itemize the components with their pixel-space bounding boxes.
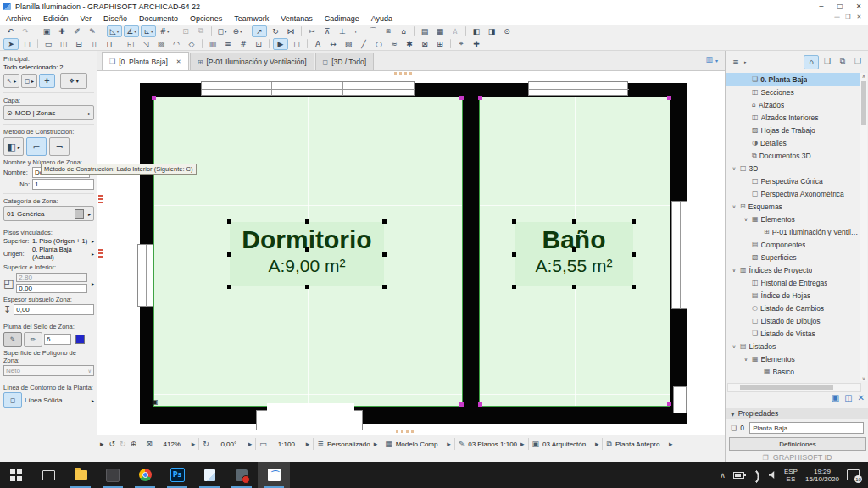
line-tool[interactable]: ╱ xyxy=(357,38,370,49)
tool-icon[interactable] xyxy=(37,39,38,48)
nav-item-p01-iluminacion[interactable]: ⊞ P-01 Iluminación y Ventilación xyxy=(726,225,861,238)
surface-select[interactable]: Neto ∨ xyxy=(3,365,94,376)
inject-parameters-icon[interactable]: ✎ xyxy=(86,25,99,36)
autogroup-icon[interactable]: ⧉ xyxy=(194,25,208,36)
tree-vertical-scrollbar[interactable]: ∧ ∨ xyxy=(860,73,867,381)
selection-handle[interactable] xyxy=(512,219,516,224)
menu-item[interactable]: Ventanas xyxy=(275,14,319,23)
selection-handle[interactable] xyxy=(572,247,576,252)
selection-handle[interactable] xyxy=(572,285,576,289)
clock[interactable]: 19:29 15/10/2020 xyxy=(805,468,839,483)
selection-handle[interactable] xyxy=(382,252,387,257)
zoom-window-icon[interactable]: ▣ xyxy=(40,25,53,36)
nav-item-detalles[interactable]: ◑ Detalles xyxy=(726,136,861,149)
tray-chevron-icon[interactable]: ∧ xyxy=(720,471,726,480)
inner-edge-method-icon[interactable]: ⌐ xyxy=(26,137,47,156)
renovation-filter-control[interactable]: ⧉ Planta Antepro... ▸ xyxy=(602,438,676,450)
scrollbar-thumb[interactable] xyxy=(740,385,833,390)
surface-painter-icon[interactable]: ◧ xyxy=(470,25,483,36)
expander-icon[interactable]: ∨ xyxy=(731,343,737,349)
clone-folder-icon[interactable]: ◫ xyxy=(844,393,852,402)
menu-item[interactable]: Opciones xyxy=(184,14,228,23)
layout-book-icon[interactable]: ⧉ xyxy=(836,55,849,68)
pen-icon[interactable]: ✏ xyxy=(24,332,42,347)
start-button[interactable] xyxy=(0,462,32,488)
selection-settings-icon[interactable]: ↖▸ xyxy=(3,74,19,88)
grid-snap-icon[interactable]: #▾ xyxy=(158,25,171,36)
properties-header[interactable]: ▼ Propiedades xyxy=(726,408,868,419)
tool-icon[interactable] xyxy=(307,39,308,48)
menu-item[interactable]: Teamwork xyxy=(228,14,275,23)
marquee-tool[interactable]: ◻ xyxy=(20,38,34,49)
chrome[interactable] xyxy=(129,462,161,488)
camera-icon[interactable]: ⊙ xyxy=(500,25,514,36)
menu-item[interactable]: Diseño xyxy=(97,14,133,23)
nav-item-documentos-3d[interactable]: ⧉ Documentos 3D xyxy=(726,149,861,162)
roof-tool[interactable]: ◹ xyxy=(139,38,153,49)
navigate-forward-icon[interactable]: ↻ xyxy=(120,440,126,448)
nav-group-3d[interactable]: ∨ □ 3D xyxy=(726,162,861,175)
fill-tool[interactable]: ▧ xyxy=(342,38,355,49)
selection-handle[interactable] xyxy=(512,252,516,257)
nav-item-listado-cambios[interactable]: ○ Listado de Cambios xyxy=(726,302,861,314)
selection-handle[interactable] xyxy=(632,252,636,257)
nav-item-secciones[interactable]: ◫ Secciones xyxy=(726,86,861,98)
selection-handle[interactable] xyxy=(382,285,387,289)
pick-parameters-icon[interactable]: ✐ xyxy=(70,25,84,36)
fit-in-window-control[interactable]: ⊠ 412% ▸ xyxy=(142,438,198,450)
tree-horizontal-scrollbar[interactable] xyxy=(727,383,861,392)
window-opening[interactable] xyxy=(528,81,628,96)
story-settings-icon[interactable]: ▤ xyxy=(418,25,431,36)
layer-settings-icon[interactable]: ▦ xyxy=(433,25,447,36)
nav-item-componentes[interactable]: ▤ Componentes xyxy=(726,238,861,251)
door-tool[interactable]: ◫ xyxy=(57,38,70,49)
drawing-tool[interactable]: ⊞ xyxy=(433,38,447,49)
morph-tool[interactable]: ◇ xyxy=(185,38,198,49)
railing-tool[interactable]: # xyxy=(236,38,250,49)
archicad[interactable]: ⌒ xyxy=(258,462,290,488)
nav-item-listado-dibujos[interactable]: ▢ Listado de Dibujos xyxy=(726,314,861,327)
pen-set-control[interactable]: ✎ 03 Planos 1:100 ▸ xyxy=(454,438,528,450)
menu-item[interactable]: Edición xyxy=(37,14,75,23)
undo-icon[interactable]: ↶ xyxy=(3,25,17,36)
file-explorer[interactable] xyxy=(64,462,97,488)
tool-icon[interactable] xyxy=(202,39,203,48)
nav-group-listados-elementos[interactable]: ∨ ▦ Elementos xyxy=(726,352,861,365)
favorites-icon[interactable]: ☆ xyxy=(448,25,462,36)
top-offset-input[interactable]: 2,80 xyxy=(16,273,87,282)
more-tools-icon[interactable]: ✚ xyxy=(470,38,483,49)
tool-icon[interactable] xyxy=(269,39,270,48)
doc-close-icon[interactable]: ✕ xyxy=(854,14,865,20)
mesh-tool[interactable]: ▨ xyxy=(154,38,168,49)
reference-line-method-icon[interactable]: ¬ xyxy=(49,137,70,156)
menu-item[interactable]: Archivo xyxy=(0,14,37,23)
window-opening[interactable] xyxy=(137,244,153,307)
pan-icon[interactable]: ✚ xyxy=(55,25,69,36)
expander-icon[interactable]: ∨ xyxy=(731,203,737,209)
close-button[interactable]: ✕ xyxy=(849,3,868,10)
layer-selector[interactable]: ⊙ MOD | Zonas ▸ xyxy=(3,105,94,120)
viewpoint-settings-icon[interactable]: ▣ xyxy=(832,393,839,402)
selection-handle[interactable] xyxy=(305,247,309,252)
app-dark[interactable] xyxy=(97,462,129,488)
stair-tool[interactable]: ≡ xyxy=(221,38,235,49)
mirror-icon[interactable]: ⋈ xyxy=(284,25,298,36)
origen-selector[interactable]: ▸ xyxy=(92,251,94,257)
eraser-icon[interactable]: ◨ xyxy=(485,25,498,36)
suspend-groups-icon[interactable]: ⊡ xyxy=(179,25,192,36)
publisher-sets-icon[interactable]: ❐ xyxy=(851,55,865,68)
wifi-icon[interactable] xyxy=(750,469,764,483)
expander-icon[interactable]: ∨ xyxy=(743,356,749,362)
lock-icon[interactable]: ⊖▾ xyxy=(231,25,244,36)
toolbar-icon[interactable] xyxy=(175,26,175,36)
battery-icon[interactable] xyxy=(733,472,744,479)
pen-color-swatch[interactable] xyxy=(75,335,85,344)
nav-item-perspectiva-conica[interactable]: □ Perspectiva Cónica xyxy=(726,175,861,187)
selection-handle[interactable] xyxy=(305,285,309,289)
offset-icon[interactable]: ⌒ xyxy=(366,25,380,36)
camera-3d-tool[interactable]: ⌖ xyxy=(454,38,468,49)
magnet-icon[interactable]: ✚ xyxy=(39,74,55,88)
nav-item-alzados[interactable]: ⌂ Alzados xyxy=(726,98,861,111)
nav-item-indice-hojas[interactable]: ▤ Índice de Hojas xyxy=(726,289,861,302)
zone-stamp-dormitorio[interactable]: Dormitorio A:9,00 m² xyxy=(230,222,384,286)
